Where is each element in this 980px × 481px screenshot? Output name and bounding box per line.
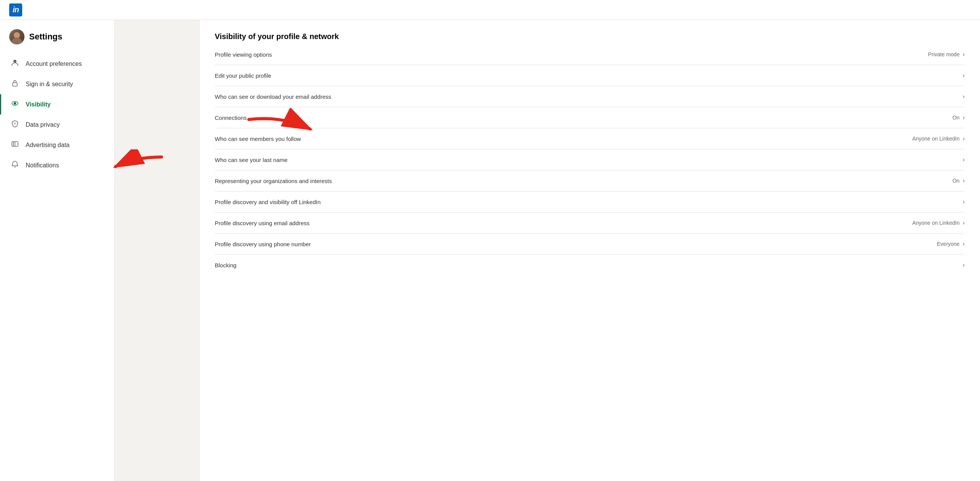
sidebar-item-visibility[interactable]: Visibility [0,94,114,115]
main-content: Visibility of your profile & network Pro… [199,20,980,481]
bell-icon [10,160,20,170]
sidebar-item-advertising-data[interactable]: Advertising data [0,135,114,155]
settings-header: Settings [0,29,114,54]
sidebar-item-label: Account preferences [26,61,82,67]
item-label: Connections [215,115,247,121]
item-left: Who can see your last name [215,157,960,163]
chevron-right-icon: › [963,93,965,100]
section-title: Visibility of your profile & network [215,32,965,41]
item-right: Everyone › [937,240,965,247]
sidebar-item-sign-in-security[interactable]: Sign in & security [0,74,114,94]
item-left: Edit your public profile [215,72,960,79]
settings-item-profile-discovery-off[interactable]: Profile discovery and visibility off Lin… [215,191,965,213]
item-right: On › [952,114,965,121]
sidebar-item-label: Data privacy [26,121,60,128]
chevron-right-icon: › [963,156,965,163]
sidebar-item-label: Visibility [26,101,51,108]
avatar-image [9,29,24,44]
item-label: Profile discovery using email address [215,220,310,226]
item-value: Anyone on LinkedIn [912,136,960,142]
svg-point-5 [14,103,16,105]
item-left: Representing your organizations and inte… [215,178,952,184]
settings-item-members-follow[interactable]: Who can see members you follow Anyone on… [215,128,965,149]
eye-icon [10,100,20,109]
sidebar-item-data-privacy[interactable]: Data privacy [0,115,114,135]
settings-list: Profile viewing options Private mode › E… [215,44,965,275]
chevron-right-icon: › [963,240,965,247]
sidebar-item-label: Sign in & security [26,81,73,88]
item-right: Anyone on LinkedIn › [912,219,965,226]
top-navigation: in [0,0,980,20]
settings-item-email-visibility[interactable]: Who can see or download your email addre… [215,86,965,107]
item-left: Blocking [215,262,960,268]
settings-item-organizations[interactable]: Representing your organizations and inte… [215,170,965,191]
item-label: Who can see your last name [215,157,287,163]
item-value: On [952,115,960,121]
settings-title: Settings [29,32,62,42]
item-value: Anyone on LinkedIn [912,220,960,226]
item-label: Who can see members you follow [215,136,301,142]
sidebar-navigation: Account preferences Sign in & security [0,54,114,175]
settings-item-last-name[interactable]: Who can see your last name › [215,149,965,170]
shield-icon [10,120,20,129]
middle-area [115,20,199,481]
item-left: Who can see members you follow [215,136,912,142]
lock-icon [10,79,20,89]
item-value: On [952,178,960,184]
item-value: Everyone [937,241,960,247]
svg-rect-3 [13,83,17,86]
chevron-right-icon: › [963,114,965,121]
sidebar: Settings Account preferences [0,20,115,481]
chevron-right-icon: › [963,198,965,205]
settings-item-profile-discovery-email[interactable]: Profile discovery using email address An… [215,213,965,234]
item-label: Representing your organizations and inte… [215,178,332,184]
item-left: Connections [215,115,952,121]
chevron-right-icon: › [963,262,965,268]
item-left: Profile viewing options [215,51,928,58]
item-label: Profile viewing options [215,51,272,58]
item-right: › [960,72,965,79]
item-right: › [960,198,965,205]
item-right: › [960,156,965,163]
svg-point-2 [13,60,16,63]
sidebar-item-notifications[interactable]: Notifications [0,155,114,175]
linkedin-logo[interactable]: in [9,3,22,16]
item-right: On › [952,177,965,184]
item-left: Who can see or download your email addre… [215,93,960,100]
item-right: › [960,93,965,100]
sidebar-item-label: Notifications [26,162,59,169]
chevron-right-icon: › [963,177,965,184]
ad-icon [10,140,20,150]
svg-point-6 [15,123,15,123]
settings-item-connections[interactable]: Connections On › [215,107,965,128]
chevron-right-icon: › [963,219,965,226]
item-label: Who can see or download your email addre… [215,93,331,100]
settings-item-edit-public-profile[interactable]: Edit your public profile › [215,65,965,86]
settings-item-profile-discovery-phone[interactable]: Profile discovery using phone number Eve… [215,234,965,255]
person-icon [10,59,20,69]
chevron-right-icon: › [963,72,965,79]
item-left: Profile discovery and visibility off Lin… [215,199,960,205]
chevron-right-icon: › [963,51,965,58]
item-left: Profile discovery using phone number [215,241,937,247]
item-label: Profile discovery using phone number [215,241,311,247]
sidebar-item-account-preferences[interactable]: Account preferences [0,54,114,74]
item-right: › [960,262,965,268]
settings-item-profile-viewing-options[interactable]: Profile viewing options Private mode › [215,44,965,65]
sidebar-item-label: Advertising data [26,142,70,149]
item-right: Anyone on LinkedIn › [912,135,965,142]
avatar [9,29,24,44]
item-label: Profile discovery and visibility off Lin… [215,199,321,205]
item-label: Edit your public profile [215,72,271,79]
item-label: Blocking [215,262,237,268]
chevron-right-icon: › [963,135,965,142]
item-left: Profile discovery using email address [215,220,912,226]
item-value: Private mode [928,51,959,57]
settings-item-blocking[interactable]: Blocking › [215,255,965,275]
item-right: Private mode › [928,51,965,58]
